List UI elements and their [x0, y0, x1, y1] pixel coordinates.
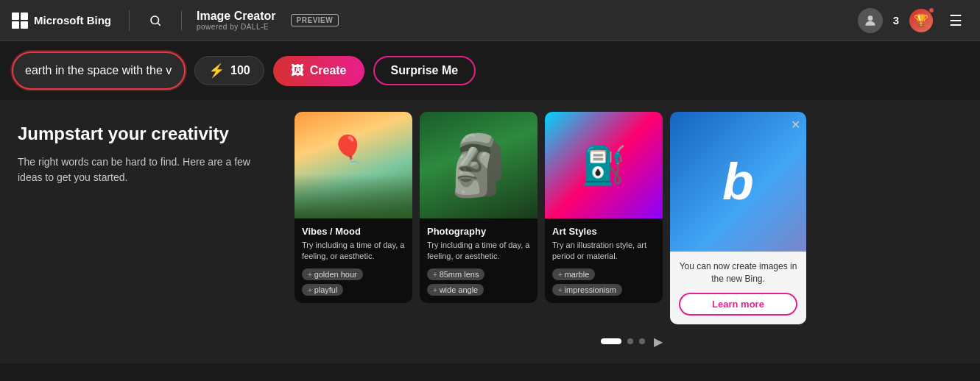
image-creator-block: Image Creator powered by DALL-E: [197, 10, 276, 31]
card-art-info: Art Styles Try an illustration style, ar…: [545, 218, 663, 303]
surprise-label: Surprise Me: [391, 64, 459, 76]
svg-line-1: [158, 23, 160, 25]
card-vibes-tags: golden hour playful: [302, 268, 405, 296]
card-vibes-info: Vibes / Mood Try including a time of day…: [295, 218, 412, 303]
card-photo-info: Photography Try including a time of day,…: [420, 218, 537, 303]
card-photography: Photography Try including a time of day,…: [420, 112, 537, 303]
lightning-icon: ⚡: [208, 63, 225, 79]
create-button[interactable]: 🖼 Create: [273, 56, 364, 86]
card-photo-image: [420, 112, 537, 218]
tag-playful[interactable]: playful: [302, 284, 343, 296]
app-title: Image Creator: [197, 10, 276, 23]
bing-b-logo: b: [722, 156, 754, 207]
header-divider: [129, 10, 130, 31]
menu-button[interactable]: ☰: [943, 9, 968, 32]
learn-more-button[interactable]: Learn more: [679, 293, 797, 316]
jumpstart-description: The right words can be hard to find. Her…: [18, 154, 271, 185]
search-icon: [149, 14, 162, 27]
card-art-category: Art Styles: [552, 226, 655, 237]
boost-count-header: 3: [893, 14, 899, 26]
tag-wide-angle[interactable]: wide angle: [427, 284, 484, 296]
dots-navigation: ▶: [295, 335, 968, 352]
dot-2[interactable]: [627, 338, 633, 344]
logo-text: Microsoft Bing: [34, 14, 111, 26]
logo: Microsoft Bing: [12, 13, 111, 29]
search-bar[interactable]: [12, 51, 186, 90]
boost-pill: ⚡ 100: [194, 56, 264, 85]
card-vibes-category: Vibes / Mood: [302, 226, 405, 237]
header-divider-2: [181, 10, 182, 31]
main-content: Jumpstart your creativity The right word…: [0, 100, 980, 363]
card-photo-category: Photography: [427, 226, 530, 237]
next-arrow-button[interactable]: ▶: [654, 335, 663, 349]
cards-row: Vibes / Mood Try including a time of day…: [295, 112, 968, 324]
right-panel: Vibes / Mood Try including a time of day…: [295, 100, 980, 363]
card-art-tags: marble impressionism: [552, 268, 655, 296]
preview-badge: PREVIEW: [291, 14, 339, 26]
bing-ad-text: You can now create images in the new Bin…: [679, 260, 797, 285]
reward-notification-dot: [928, 7, 934, 13]
bing-grid-icon: [12, 13, 28, 29]
surprise-button[interactable]: Surprise Me: [373, 56, 476, 85]
user-icon: [863, 13, 878, 28]
svg-point-0: [151, 16, 159, 24]
tag-85mm[interactable]: 85mm lens: [427, 268, 484, 280]
left-panel: Jumpstart your creativity The right word…: [0, 100, 295, 363]
create-label: Create: [310, 64, 347, 77]
tag-golden-hour[interactable]: golden hour: [302, 268, 363, 280]
reward-icon[interactable]: 🏆: [909, 9, 933, 32]
bing-ad-top: b: [670, 112, 806, 252]
card-art-styles: Art Styles Try an illustration style, ar…: [545, 112, 663, 303]
app-subtitle: powered by DALL-E: [197, 23, 276, 31]
tag-impressionism[interactable]: impressionism: [552, 284, 622, 296]
bing-ad-bottom: You can now create images in the new Bin…: [670, 252, 806, 324]
search-button[interactable]: [144, 10, 166, 32]
card-vibes-desc: Try including a time of day, a feeling, …: [302, 240, 405, 263]
avatar[interactable]: [858, 8, 883, 33]
search-actions-row: ⚡ 100 🖼 Create Surprise Me: [0, 41, 980, 100]
card-art-image: [545, 112, 663, 218]
header-right: 3 🏆 ☰: [858, 8, 968, 33]
dot-active[interactable]: [601, 338, 621, 344]
card-art-desc: Try an illustration style, art period or…: [552, 240, 655, 263]
boost-number: 100: [230, 64, 250, 77]
dot-3[interactable]: [639, 338, 645, 344]
card-photo-tags: 85mm lens wide angle: [427, 268, 530, 296]
svg-point-2: [867, 15, 873, 21]
jumpstart-title: Jumpstart your creativity: [18, 124, 271, 144]
tag-marble[interactable]: marble: [552, 268, 595, 280]
header: Microsoft Bing Image Creator powered by …: [0, 0, 980, 41]
bing-ad-card: ✕ b You can now create images in the new…: [670, 112, 806, 324]
card-vibes-image: [295, 112, 412, 218]
search-input[interactable]: [25, 64, 172, 77]
card-vibes: Vibes / Mood Try including a time of day…: [295, 112, 412, 303]
create-icon: 🖼: [291, 63, 304, 79]
card-photo-desc: Try including a time of day, a feeling, …: [427, 240, 530, 263]
close-ad-button[interactable]: ✕: [791, 118, 800, 132]
